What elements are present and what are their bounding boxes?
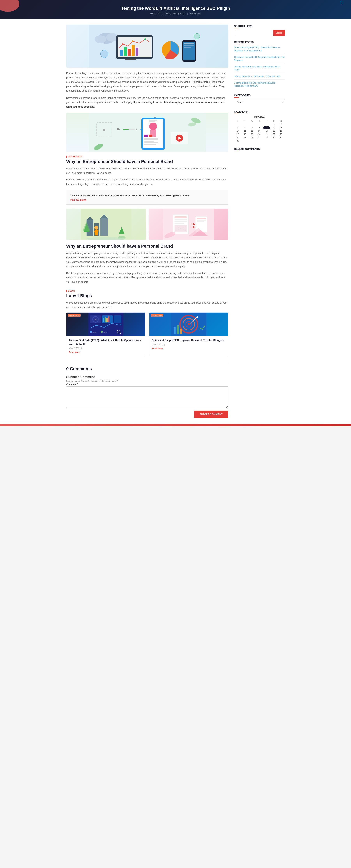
svg-text:85: 85 xyxy=(95,319,97,321)
svg-rect-20 xyxy=(184,45,194,46)
recent-post-5[interactable]: 5 of the Best Free and Premium Keyword R… xyxy=(234,81,285,89)
cal-hdr-4: F xyxy=(263,119,270,123)
svg-point-23 xyxy=(194,33,200,39)
recent-post-3[interactable]: Testing the WordLift Artificial Intellig… xyxy=(234,65,285,73)
svg-point-61 xyxy=(94,226,98,229)
svg-rect-11 xyxy=(132,45,134,56)
search-widget: SEARCH HERE Search xyxy=(234,25,285,36)
comment-textarea[interactable] xyxy=(66,386,228,408)
site-header: Testing the WordLift Artificial Intellig… xyxy=(0,0,351,19)
section2-body1: As your brand grows and you gain more vi… xyxy=(66,251,228,269)
comments-count: 0 Comments xyxy=(66,366,228,371)
section2: Why an Entrepreneur Should have a Person… xyxy=(66,244,228,284)
svg-rect-40 xyxy=(144,139,158,140)
section1-body1: We've designed a culture that allows our… xyxy=(66,166,228,175)
svg-rect-85 xyxy=(196,220,206,221)
svg-text:▶: ▶ xyxy=(103,127,106,132)
svg-rect-21 xyxy=(184,47,191,48)
svg-text:A: A xyxy=(154,116,156,118)
cal-table: M T W T F S S xyxy=(234,119,285,143)
recent-comments-title: RECENT COMMENTS xyxy=(234,148,285,151)
cal-hdr-2: W xyxy=(249,119,256,123)
calendar-widget: CALENDAR May 2021 M T W T F S xyxy=(234,110,285,143)
svg-point-113 xyxy=(188,323,190,325)
blog-card-img-2: Uncategorized xyxy=(149,313,228,336)
submit-comment-button[interactable]: SUBMIT COMMENT xyxy=(194,411,228,418)
svg-rect-99 xyxy=(108,316,109,322)
section1: OUR BENEFITS Why an Entrepreneur Should … xyxy=(66,156,228,205)
svg-rect-19 xyxy=(184,43,194,44)
mid-svg: ▶ 1 50 100 xyxy=(66,113,228,152)
search-button[interactable]: Search xyxy=(273,30,285,36)
svg-point-14 xyxy=(132,40,133,42)
card2-read-more[interactable]: Read More xyxy=(152,347,163,350)
recent-post-4[interactable]: How to Conduct an SEO Audit of Your Webs… xyxy=(234,75,285,80)
blockquote-author: PAUL TOURNIER xyxy=(70,199,224,202)
comment-label: Comment * xyxy=(66,383,228,386)
svg-rect-93 xyxy=(114,315,122,323)
svg-rect-118 xyxy=(180,329,182,334)
section1-tag: OUR BENEFITS xyxy=(66,156,228,158)
svg-rect-8 xyxy=(120,50,123,56)
two-images xyxy=(66,209,228,240)
blogs-body: We've designed a culture that allows our… xyxy=(66,301,228,309)
svg-rect-75 xyxy=(174,223,184,224)
mid-illustration: ▶ 1 50 100 xyxy=(66,113,228,152)
main-content: Personal branding remains one of the bes… xyxy=(66,25,228,418)
blogs-title: Latest Blogs xyxy=(66,293,228,298)
recent-posts-list: Time to First Byte (TTFB): What It Is & … xyxy=(234,46,285,89)
card1-badge: Uncategorized xyxy=(68,314,81,317)
blockquote-text: There are no secrets to success. It is t… xyxy=(70,193,224,198)
svg-rect-41 xyxy=(144,141,154,142)
svg-rect-105 xyxy=(101,331,102,333)
svg-text:1: 1 xyxy=(119,128,120,130)
svg-rect-9 xyxy=(124,47,127,56)
comments-section: 0 Comments Submit a Comment Logged in as… xyxy=(66,362,228,418)
section2-title: Why an Entrepreneur Should have a Person… xyxy=(66,244,228,249)
svg-point-37 xyxy=(149,123,157,130)
blog-cards: Uncategorized 85 xyxy=(66,312,228,356)
blogs-tag: BLOGS xyxy=(66,290,228,292)
logged-in-text: Logged in as a (log out)? Required field… xyxy=(66,380,228,382)
image-placeholder-2 xyxy=(149,209,228,240)
svg-rect-18 xyxy=(183,42,195,60)
card2-chart xyxy=(171,313,206,336)
image-placeholder-1 xyxy=(66,209,146,240)
search-input[interactable] xyxy=(234,30,273,36)
search-title: SEARCH HERE xyxy=(234,25,285,28)
cal-hdr-0: M xyxy=(234,119,241,123)
section1-title: Why an Entrepreneur Should have a Person… xyxy=(66,159,228,164)
recent-comments-widget: RECENT COMMENTS xyxy=(234,148,285,157)
svg-point-15 xyxy=(145,38,146,40)
svg-point-120 xyxy=(202,329,203,330)
svg-rect-30 xyxy=(123,129,129,129)
blog-card-body-1: Time to First Byte (TTFB): What It Is & … xyxy=(66,336,145,356)
svg-rect-42 xyxy=(144,143,158,143)
svg-point-100 xyxy=(96,324,97,326)
svg-rect-27 xyxy=(117,128,119,130)
content-area: Personal branding remains one of the bes… xyxy=(59,19,292,424)
svg-point-119 xyxy=(200,328,201,329)
blog-card-1[interactable]: Uncategorized 85 xyxy=(66,312,145,356)
categories-select[interactable]: Select xyxy=(234,99,285,105)
svg-rect-72 xyxy=(174,216,187,218)
svg-rect-53 xyxy=(149,120,157,121)
submit-btn-row: SUBMIT COMMENT xyxy=(66,411,228,418)
blog-card-body-2: Quick and Simple SEO Keyword Research Ti… xyxy=(149,336,228,352)
card2-title: Quick and Simple SEO Keyword Research Ti… xyxy=(152,338,226,342)
recent-post-1[interactable]: Time to First Byte (TTFB): What It Is & … xyxy=(234,46,285,54)
blog-card-2[interactable]: Uncategorized xyxy=(149,312,228,356)
recent-post-2[interactable]: Quick and Simple SEO Keyword Research Ti… xyxy=(234,55,285,63)
card1-chart: 85 xyxy=(88,313,123,336)
footer-bar xyxy=(0,424,351,426)
svg-point-101 xyxy=(103,327,104,328)
recent-comments-empty xyxy=(234,153,285,157)
svg-rect-54 xyxy=(149,121,155,122)
card1-date: May 7, 2021 | xyxy=(69,347,143,349)
svg-rect-103 xyxy=(90,331,92,333)
hero-image xyxy=(66,25,228,67)
card1-read-more[interactable]: Read More xyxy=(69,351,80,353)
svg-point-121 xyxy=(204,326,205,327)
svg-rect-39 xyxy=(144,138,158,138)
card2-date: May 7, 2021 | xyxy=(152,343,226,346)
